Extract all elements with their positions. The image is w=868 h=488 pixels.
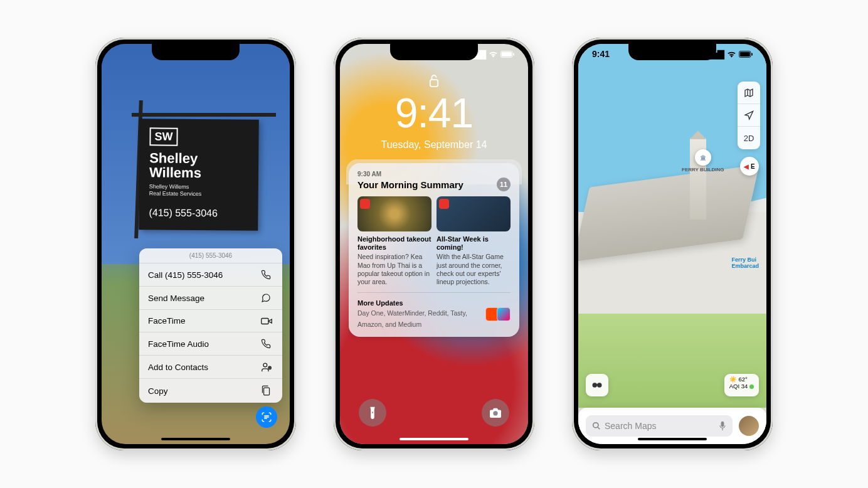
- wifi-icon: [727, 50, 736, 58]
- svg-point-9: [493, 411, 497, 415]
- menu-item-label: FaceTime: [148, 316, 186, 326]
- menu-item-label: Send Message: [148, 294, 204, 303]
- summary-image: [437, 196, 511, 231]
- message-icon: [261, 293, 273, 303]
- aqi-label: AQI 34: [729, 383, 748, 390]
- live-text-button[interactable]: [256, 406, 277, 428]
- svg-point-1: [263, 363, 267, 367]
- notification-summary-card[interactable]: 9:30 AM Your Morning Summary 11 Neighbor…: [349, 163, 519, 337]
- profile-avatar[interactable]: [739, 416, 759, 436]
- summary-headline: All-Star Week is coming!: [437, 235, 511, 252]
- menu-item-call[interactable]: Call (415) 555-3046: [139, 263, 282, 287]
- svg-rect-17: [721, 422, 724, 427]
- sign-phone-number: (415) 555-3046: [149, 207, 248, 219]
- summary-body: With the All-Star Game just around the c…: [437, 253, 511, 286]
- summary-more-updates[interactable]: More Updates Day One, WaterMinder, Reddi…: [357, 292, 511, 329]
- iphone-maps: 9:41 ▁▃▅▇ 🏛️ FERRY BUILDING Ferry BuiEmb…: [572, 38, 773, 450]
- menu-item-add-contact[interactable]: Add to Contacts: [139, 356, 282, 379]
- poi-label: FERRY BUILDING: [682, 167, 724, 172]
- map-canvas[interactable]: 🏛️ FERRY BUILDING Ferry BuiEmbarcad 2D ◀…: [578, 44, 766, 444]
- search-input[interactable]: Search Maps: [586, 415, 733, 437]
- search-icon: [592, 422, 601, 430]
- notch: [628, 44, 716, 60]
- weather-aqi-badge[interactable]: ☀️ 62° AQI 34: [724, 374, 759, 396]
- wifi-icon: [489, 50, 498, 58]
- menu-item-copy[interactable]: Copy: [139, 379, 282, 403]
- svg-rect-12: [751, 53, 753, 55]
- lock-screen-wallpaper: 9:41 Tuesday, September 14 9:30 AM Your …: [340, 44, 528, 444]
- flashlight-button[interactable]: [359, 399, 386, 427]
- svg-rect-0: [262, 318, 268, 324]
- summary-card-food[interactable]: Neighborhood takeout favorites Need insp…: [357, 196, 431, 286]
- poi-ferry-building[interactable]: 🏛️ FERRY BUILDING: [682, 149, 724, 172]
- copy-icon: [261, 385, 273, 396]
- weather-temp: 62°: [738, 376, 747, 383]
- status-time: 9:41: [592, 49, 610, 59]
- summary-count-badge: 11: [497, 178, 511, 191]
- search-placeholder: Search Maps: [605, 421, 656, 431]
- svg-rect-3: [264, 388, 270, 395]
- menu-item-label: Add to Contacts: [148, 363, 208, 372]
- notch: [152, 44, 240, 60]
- battery-icon: [500, 51, 514, 58]
- home-indicator[interactable]: [638, 438, 707, 440]
- lock-date: Tuesday, September 14: [340, 139, 528, 151]
- summary-timestamp: 9:30 AM: [357, 171, 511, 178]
- facetime-video-icon: [261, 317, 273, 326]
- sign-name: ShelleyWillems: [149, 151, 248, 181]
- svg-rect-15: [596, 385, 598, 386]
- summary-image: [357, 196, 431, 231]
- menu-item-label: Call (415) 555-3046: [148, 270, 223, 280]
- camera-button[interactable]: [482, 399, 509, 427]
- menu-item-label: Copy: [148, 386, 168, 396]
- more-updates-body: Day One, WaterMinder, Reddit, Tasty, Ama…: [357, 309, 467, 328]
- menu-item-label: FaceTime Audio: [148, 339, 209, 349]
- realtor-sign: SW ShelleyWillems Shelley WillemsReal Es…: [139, 119, 259, 230]
- home-indicator[interactable]: [161, 438, 230, 440]
- sign-logo: SW: [149, 127, 177, 146]
- svg-rect-5: [502, 51, 512, 56]
- summary-body: Need inspiration? Kea Mao from Up Thai i…: [357, 253, 431, 286]
- context-menu-header: (415) 555-3046: [139, 248, 282, 263]
- svg-rect-6: [513, 53, 514, 55]
- camera-viewfinder: SW ShelleyWillems Shelley WillemsReal Es…: [102, 44, 290, 444]
- notch: [390, 44, 478, 60]
- map-controls: 2D: [738, 82, 760, 149]
- lock-open-icon: [429, 74, 439, 88]
- iphone-live-text: SW ShelleyWillems Shelley WillemsReal Es…: [95, 38, 296, 450]
- phone-icon: [261, 339, 273, 349]
- summary-card-sports[interactable]: All-Star Week is coming! With the All-St…: [437, 196, 511, 286]
- lock-time: 9:41: [340, 89, 528, 137]
- menu-item-facetime-audio[interactable]: FaceTime Audio: [139, 332, 282, 356]
- map-label-ferry: Ferry BuiEmbarcad: [731, 257, 759, 270]
- phone-icon: [261, 270, 273, 280]
- microphone-icon[interactable]: [719, 421, 726, 431]
- more-updates-title: More Updates: [357, 299, 482, 307]
- add-contact-icon: [261, 362, 273, 372]
- espn-icon: [439, 199, 449, 209]
- summary-title: Your Morning Summary: [357, 179, 463, 190]
- menu-item-facetime[interactable]: FaceTime: [139, 310, 282, 332]
- battery-icon: [739, 51, 753, 58]
- sign-subtitle: Shelley WillemsReal Estate Services: [149, 183, 248, 198]
- map-mode-button[interactable]: [738, 82, 760, 104]
- menu-item-message[interactable]: Send Message: [139, 287, 282, 310]
- yelp-icon: [360, 199, 370, 209]
- svg-point-16: [593, 423, 598, 428]
- location-button[interactable]: [738, 104, 760, 127]
- compass-button[interactable]: ◀ E: [740, 157, 759, 176]
- poi-pin-icon: 🏛️: [695, 149, 711, 166]
- svg-rect-7: [430, 80, 438, 87]
- look-around-button[interactable]: [586, 374, 608, 396]
- home-indicator[interactable]: [400, 438, 468, 440]
- live-text-context-menu: (415) 555-3046 Call (415) 555-3046 Send …: [139, 248, 282, 403]
- more-updates-app-icons: [488, 307, 511, 321]
- svg-rect-11: [740, 51, 750, 56]
- svg-rect-8: [372, 411, 373, 413]
- summary-headline: Neighborhood takeout favorites: [357, 235, 431, 252]
- iphone-lock-screen: ▁▃▅▇ 9:41 Tuesday, September 14 9:30 AM …: [334, 38, 534, 450]
- app-icon: [497, 307, 511, 321]
- view-2d-button[interactable]: 2D: [738, 127, 760, 149]
- aqi-indicator-icon: [749, 385, 754, 389]
